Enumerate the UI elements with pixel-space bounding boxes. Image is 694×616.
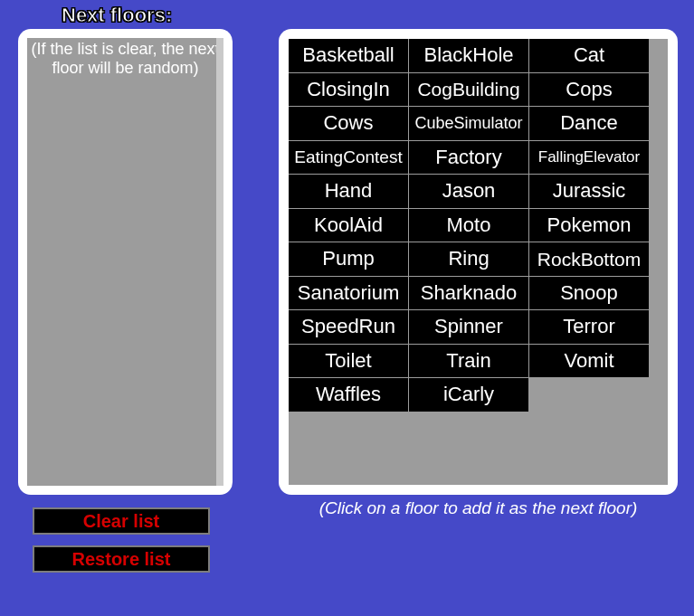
floor-item[interactable]: SpeedRun	[289, 310, 408, 344]
floor-item[interactable]: Toilet	[289, 345, 408, 378]
queue-panel: (If the list is clear, the next floor wi…	[18, 29, 233, 495]
floor-item[interactable]: BlackHole	[409, 39, 528, 72]
floor-item[interactable]: Snoop	[529, 277, 649, 310]
queue-empty-hint: (If the list is clear, the next floor wi…	[27, 38, 223, 77]
floor-item[interactable]: Jurassic	[529, 175, 649, 208]
floor-item[interactable]: Train	[409, 345, 528, 378]
floor-item[interactable]: Hand	[289, 175, 408, 208]
floor-item[interactable]: KoolAid	[289, 209, 408, 242]
floors-grid: BasketballBlackHoleCatClosingInCogBuildi…	[289, 39, 668, 485]
floor-item[interactable]: Moto	[409, 209, 528, 242]
floor-item[interactable]: Cat	[529, 39, 649, 72]
floor-item[interactable]: Vomit	[529, 345, 649, 378]
floor-item[interactable]: Sanatorium	[289, 277, 408, 310]
floors-hint: (Click on a floor to add it as the next …	[279, 498, 678, 518]
clear-list-button[interactable]: Clear list	[33, 507, 210, 535]
restore-list-button[interactable]: Restore list	[33, 545, 210, 573]
floor-item[interactable]: Ring	[409, 242, 528, 276]
floor-item[interactable]: Pump	[289, 242, 408, 276]
floor-item[interactable]: EatingContest	[289, 141, 408, 175]
floor-item[interactable]: Spinner	[409, 310, 528, 344]
floor-item[interactable]: Terror	[529, 310, 649, 344]
floor-item[interactable]: Jason	[409, 175, 528, 208]
floor-item[interactable]: CogBuilding	[409, 73, 528, 107]
floor-item[interactable]: FallingElevator	[529, 141, 649, 175]
floor-item[interactable]: Waffles	[289, 378, 408, 412]
floor-item[interactable]: Cops	[529, 73, 649, 107]
floors-panel: BasketballBlackHoleCatClosingInCogBuildi…	[279, 29, 678, 495]
floor-item[interactable]: Cows	[289, 107, 408, 140]
queue-list: (If the list is clear, the next floor wi…	[27, 38, 223, 486]
floor-item[interactable]: Sharknado	[409, 277, 528, 310]
floor-item[interactable]: iCarly	[409, 378, 528, 412]
floor-item[interactable]: Factory	[409, 141, 528, 175]
floor-item[interactable]: CubeSimulator	[409, 107, 528, 140]
page-title: Next floors:	[62, 4, 172, 27]
queue-scrollbar-thumb[interactable]	[216, 38, 223, 486]
floor-item[interactable]: Pokemon	[529, 209, 649, 242]
floor-item[interactable]: ClosingIn	[289, 73, 408, 107]
floor-item[interactable]: Basketball	[289, 39, 408, 72]
floor-item[interactable]: RockBottom	[529, 242, 649, 276]
floor-item[interactable]: Dance	[529, 107, 649, 140]
queue-scrollbar-track[interactable]	[216, 38, 223, 486]
